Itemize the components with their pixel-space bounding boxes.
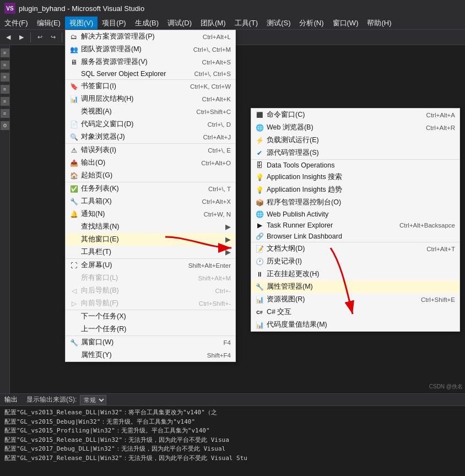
view-menu-item-next-task[interactable]: 下一个任务(X) — [66, 310, 235, 323]
menu-build[interactable]: 生成(B) — [131, 17, 163, 29]
other-windows-item-browser-link[interactable]: 🔗 Browser Link Dashboard — [251, 231, 459, 242]
view-menu-item-team-explorer[interactable]: 👥 团队资源管理器(M) Ctrl+\, Ctrl+M — [66, 43, 235, 56]
watermark: CSDN @佚名 — [429, 383, 463, 391]
view-menu-item-solution-explorer[interactable]: 🗂 解决方案资源管理器(P) Ctrl+Alt+L — [66, 30, 235, 43]
menu-test[interactable]: 测试(S) — [262, 17, 295, 29]
menu-edit[interactable]: 编辑(E) — [33, 17, 65, 29]
find-results-arrow: ▶ — [225, 223, 231, 231]
other-windows-submenu: ⬛ 命令窗口(C) Ctrl+Alt+A 🌐 Web 浏览器(B) Ctrl+A… — [251, 108, 460, 332]
output-line-1: 配置"GL_vs2013_Release_DLL|Win32"：将平台工具集更改… — [4, 408, 461, 418]
view-menu-item-property-pages[interactable]: 属性页(Y) Shift+F4 — [66, 349, 235, 361]
view-menu-item-start-page[interactable]: 🏠 起始页(G) — [66, 169, 235, 182]
menu-window[interactable]: 窗口(W) — [328, 17, 363, 29]
prev-task-icon — [69, 326, 79, 333]
other-windows-item-ai-trends[interactable]: 💡 Application Insights 趋势 — [251, 183, 459, 196]
menu-bar: 文件(F) 编辑(E) 视图(V) 项目(P) 生成(B) 调试(D) 团队(M… — [0, 17, 465, 30]
toolbox-icon: 🔧 — [69, 198, 79, 205]
title-bar: VS plugin_byhand - Microsoft Visual Stud… — [0, 0, 465, 17]
view-menu-item-navigate-back[interactable]: ◁ 向后导航(B) Ctrl+- — [66, 284, 235, 297]
menu-team[interactable]: 团队(M) — [196, 17, 230, 29]
web-browser-icon: 🌐 — [255, 124, 264, 132]
menu-tools[interactable]: 工具(T) — [230, 17, 263, 29]
view-menu-item-navigate-forward[interactable]: ▷ 向前导航(F) Ctrl+Shift+- — [66, 297, 235, 310]
document-outline-icon: 📝 — [255, 245, 264, 253]
fullscreen-icon: ⛶ — [69, 262, 79, 269]
view-menu-item-code-def[interactable]: 📄 代码定义窗口(D) Ctrl+\, D — [66, 118, 235, 131]
pending-changes-icon: ⏸ — [255, 271, 264, 278]
other-windows-item-web-publish[interactable]: 🌐 Web Publish Activity — [251, 209, 459, 220]
code-def-icon: 📄 — [69, 121, 79, 128]
other-windows-item-document-outline[interactable]: 📝 文档大纲(D) Ctrl+Alt+T — [251, 242, 459, 255]
menu-analyze[interactable]: 分析(N) — [295, 17, 328, 29]
menu-file[interactable]: 文件(F) — [0, 17, 33, 29]
menu-view[interactable]: 视图(V) — [65, 17, 98, 29]
view-menu-item-bookmarks[interactable]: 🔖 书签窗口(I) Ctrl+K, Ctrl+W — [66, 79, 235, 93]
view-menu-item-toolbox[interactable]: 🔧 工具箱(X) Ctrl+Alt+X — [66, 195, 235, 208]
view-menu-item-sql-explorer[interactable]: SQL Server Object Explorer Ctrl+\, Ctrl+… — [66, 68, 235, 79]
bookmarks-icon: 🔖 — [69, 83, 79, 90]
output-line-6: 配置"GL_vs2017_Release_DLL|Win32"：无法升级，因为此… — [4, 454, 461, 463]
view-menu-item-object-browser[interactable]: 🔍 对象浏览器(J) Ctrl+Alt+J — [66, 131, 235, 143]
other-windows-item-load-test[interactable]: ⚡ 负载测试运行(E) — [251, 134, 459, 147]
team-explorer-icon: 👥 — [69, 46, 79, 53]
sidebar-icon-5: ≡ — [1, 97, 9, 106]
other-windows-item-task-runner[interactable]: ▶ Task Runner Explorer Ctrl+Alt+Backsapc… — [251, 220, 459, 231]
output-header: 输出 显示输出来源(S): 常规 — [0, 394, 465, 406]
view-menu-item-notifications[interactable]: 🔔 通知(N) Ctrl+W, N — [66, 208, 235, 220]
other-windows-item-pending-changes[interactable]: ⏸ 正在挂起更改(H) — [251, 268, 459, 280]
package-manager-icon: 📦 — [255, 199, 264, 207]
view-menu-item-prev-task[interactable]: 上一个任务(R) — [66, 323, 235, 336]
view-menu-item-server-explorer[interactable]: 🖥 服务器资源管理器(V) Ctrl+Alt+S — [66, 56, 235, 68]
call-hierarchy-icon: 📊 — [69, 95, 79, 103]
back-button[interactable]: ◀ — [2, 31, 14, 44]
sidebar-icon-1: ≡ — [1, 48, 9, 57]
forward-button[interactable]: ▶ — [15, 31, 28, 44]
class-view-icon — [69, 108, 79, 116]
view-menu-item-fullscreen[interactable]: ⛶ 全屏幕(U) Shift+Alt+Enter — [66, 258, 235, 272]
view-menu-item-output[interactable]: 📤 输出(O) Ctrl+Alt+O — [66, 156, 235, 169]
view-menu-item-other-windows[interactable]: 其他窗口(E) ▶ — [66, 233, 235, 246]
output-source-dropdown[interactable]: 常规 — [80, 395, 106, 405]
ai-search-icon: 💡 — [255, 174, 264, 181]
data-tools-icon: 🗄 — [255, 161, 264, 169]
view-menu-item-class-view[interactable]: 类视图(A) Ctrl+Shift+C — [66, 105, 235, 118]
csharp-interactive-icon: C# — [255, 309, 264, 316]
output-icon: 📤 — [69, 159, 79, 167]
menu-debug[interactable]: 调试(D) — [163, 17, 196, 29]
sidebar-icon-7: ⚙ — [1, 121, 9, 130]
menu-project[interactable]: 项目(P) — [98, 17, 130, 29]
view-menu-item-task-list[interactable]: ✅ 任务列表(K) Ctrl+\, T — [66, 182, 235, 195]
undo-button[interactable]: ↩ — [34, 31, 46, 44]
redo-button[interactable]: ↪ — [47, 31, 59, 44]
other-windows-item-history[interactable]: 🕐 历史记录(I) — [251, 255, 459, 268]
source-control-icon: ✔ — [255, 149, 264, 157]
other-windows-item-property-manager[interactable]: 🔧 属性管理器(M) — [251, 280, 459, 293]
resource-view-icon: 📊 — [255, 296, 264, 304]
view-menu-item-properties-window[interactable]: 🔧 属窗口(W) F4 — [66, 336, 235, 349]
toolbar-icon — [69, 248, 79, 256]
output-line-5: 配置"GL_vs2017_Debug_DLL|Win32"：无法升级，因为此平台… — [4, 445, 461, 454]
command-window-icon: ⬛ — [255, 111, 264, 119]
window-title: plugin_byhand - Microsoft Visual Studio — [19, 4, 144, 13]
other-windows-item-csharp-interactive[interactable]: C# C# 交互 — [251, 306, 459, 318]
menu-help[interactable]: 帮助(H) — [363, 17, 396, 29]
other-windows-item-ai-search[interactable]: 💡 Application Insights 搜索 — [251, 171, 459, 183]
navigate-forward-icon: ▷ — [69, 300, 79, 307]
view-menu-item-all-windows[interactable]: 所有窗口(L) Shift+Alt+M — [66, 272, 235, 284]
find-results-icon — [69, 223, 79, 231]
other-windows-item-source-control[interactable]: ✔ 源代码管理器(S) — [251, 147, 459, 159]
web-publish-icon: 🌐 — [255, 210, 264, 218]
toolbar-sep-1 — [30, 33, 31, 42]
other-windows-item-web-browser[interactable]: 🌐 Web 浏览器(B) Ctrl+Alt+R — [251, 121, 459, 134]
view-menu-item-find-results[interactable]: 查找结果(N) ▶ — [66, 220, 235, 233]
other-windows-item-data-tools[interactable]: 🗄 Data Tools Operations — [251, 159, 459, 171]
other-windows-item-package-manager[interactable]: 📦 程序包管理器控制台(O) — [251, 196, 459, 209]
sidebar-icon-3: ≡ — [1, 73, 9, 82]
other-windows-item-command[interactable]: ⬛ 命令窗口(C) Ctrl+Alt+A — [251, 109, 459, 121]
view-menu-item-call-hierarchy[interactable]: 📊 调用层次结构(H) Ctrl+Alt+K — [66, 93, 235, 105]
view-menu-item-toolbar[interactable]: 工具栏(T) ▶ — [66, 246, 235, 258]
view-menu-item-error-list[interactable]: ⚠ 错误列表(I) Ctrl+\, E — [66, 143, 235, 156]
other-windows-item-code-metrics[interactable]: 📊 代码度量值结果(M) — [251, 318, 459, 331]
code-metrics-icon: 📊 — [255, 321, 264, 329]
other-windows-item-resource-view[interactable]: 📊 资源视图(R) Ctrl+Shift+E — [251, 293, 459, 306]
